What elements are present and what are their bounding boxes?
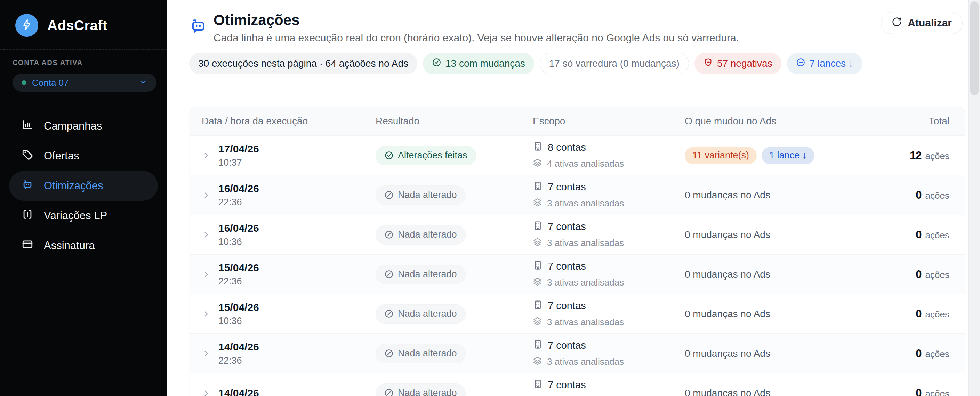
account-status-dot bbox=[22, 80, 26, 85]
total-unit: ações bbox=[925, 151, 950, 162]
sidebar-item-variacoes-lp[interactable]: Variações LP bbox=[9, 201, 158, 231]
no-changes-text: 0 mudanças no Ads bbox=[685, 348, 770, 359]
zap-icon bbox=[21, 19, 33, 32]
page-title: Otimizações bbox=[213, 12, 739, 29]
scope-analyzed: 4 ativas analisadas bbox=[547, 158, 624, 169]
scope-accounts: 7 contas bbox=[548, 181, 586, 193]
column-header-total: Total bbox=[880, 116, 950, 127]
account-section: CONTA ADS ATIVA Conta 07 bbox=[0, 50, 167, 92]
sidebar: AdsCraft CONTA ADS ATIVA Conta 07 Campan… bbox=[0, 0, 167, 396]
execution-time: 22:36 bbox=[218, 276, 259, 287]
sidebar-item-assinatura[interactable]: Assinatura bbox=[9, 231, 158, 261]
result-badge-label: Nada alterado bbox=[398, 229, 457, 240]
execution-time: 10:36 bbox=[218, 236, 259, 247]
no-changes-text: 0 mudanças no Ads bbox=[685, 190, 770, 201]
summary-chip-neutral: 30 execuções nesta página · 64 açãoões n… bbox=[189, 53, 417, 74]
sidebar-item-ofertas[interactable]: Ofertas bbox=[9, 141, 158, 171]
refresh-button[interactable]: Atualizar bbox=[881, 12, 963, 34]
sidebar-item-otimizacoes[interactable]: Otimizações bbox=[9, 171, 158, 201]
summary-chip-text: 17 só varredura (0 mudanças) bbox=[549, 58, 679, 69]
result-badge: Nada alterado bbox=[375, 344, 466, 363]
page-header: Otimizações Cada linha é uma execução re… bbox=[167, 0, 980, 44]
chevron-right-icon[interactable] bbox=[202, 389, 211, 396]
table-header-row: Data / hora da execução Resultado Escopo… bbox=[190, 107, 965, 135]
scrollbar-thumb[interactable] bbox=[970, 2, 978, 95]
bot-icon bbox=[22, 179, 33, 193]
summary-chip-text: 13 com mudanças bbox=[445, 58, 525, 69]
chevron-right-icon[interactable] bbox=[202, 270, 211, 279]
chevron-right-icon[interactable] bbox=[202, 191, 211, 200]
no-changes-text: 0 mudanças no Ads bbox=[685, 229, 770, 241]
tag-icon bbox=[22, 149, 33, 163]
building-icon bbox=[533, 379, 543, 391]
execution-date: 16/04/26 bbox=[218, 183, 259, 195]
execution-date: 14/04/26 bbox=[218, 387, 259, 396]
no-changes-text: 0 mudanças no Ads bbox=[685, 269, 770, 280]
table-row[interactable]: 15/04/26 10:36 Nada alterado 7 contas 3 bbox=[190, 294, 965, 333]
table-row[interactable]: 16/04/26 22:36 Nada alterado 7 contas 3 bbox=[190, 175, 965, 215]
summary-chip-danger: 57 negativas bbox=[695, 53, 781, 74]
total-value: 0 bbox=[916, 308, 921, 320]
check-circle-icon bbox=[432, 58, 441, 70]
bar-chart-icon bbox=[22, 119, 33, 133]
account-selector-value: Conta 07 bbox=[32, 78, 134, 88]
chevron-right-icon[interactable] bbox=[202, 309, 211, 318]
minus-circle-icon bbox=[796, 58, 805, 70]
execution-date: 14/04/26 bbox=[218, 341, 259, 353]
sidebar-item-campanhas[interactable]: Campanhas bbox=[9, 111, 158, 141]
table-row[interactable]: 15/04/26 22:36 Nada alterado 7 contas 3 bbox=[190, 254, 965, 294]
execution-date: 15/04/26 bbox=[218, 301, 259, 313]
scope-accounts: 7 contas bbox=[548, 221, 586, 232]
scrollbar[interactable] bbox=[968, 0, 980, 396]
account-selector[interactable]: Conta 07 bbox=[13, 74, 156, 92]
no-changes-text: 0 mudanças no Ads bbox=[685, 388, 770, 396]
scope-accounts: 7 contas bbox=[548, 379, 586, 391]
account-section-label: CONTA ADS ATIVA bbox=[13, 59, 156, 67]
changes-cell: 0 mudanças no Ads bbox=[685, 229, 880, 241]
total-unit: ações bbox=[925, 190, 950, 201]
result-badge-label: Alterações feitas bbox=[398, 150, 468, 161]
table-row[interactable]: 14/04/26 22:36 Nada alterado 7 contas 3 bbox=[190, 333, 965, 373]
refresh-icon bbox=[892, 17, 902, 30]
slash-circle-icon bbox=[384, 388, 394, 396]
execution-date: 16/04/26 bbox=[218, 222, 259, 234]
result-badge: Nada alterado bbox=[375, 225, 466, 244]
changes-cell: 0 mudanças no Ads bbox=[685, 388, 880, 396]
result-badge: Alterações feitas bbox=[375, 146, 476, 165]
column-header-changes: O que mudou no Ads bbox=[685, 116, 880, 127]
sidebar-item-label: Assinatura bbox=[44, 239, 95, 252]
chevron-right-icon[interactable] bbox=[202, 151, 211, 160]
layers-icon bbox=[533, 237, 542, 249]
brand: AdsCraft bbox=[0, 0, 167, 49]
scope-analyzed: 3 ativas analisadas bbox=[547, 277, 624, 288]
chevron-right-icon[interactable] bbox=[202, 230, 211, 239]
summary-chips: 30 execuções nesta página · 64 açãoões n… bbox=[167, 44, 980, 74]
execution-time: 22:36 bbox=[218, 355, 259, 366]
column-header-scope: Escopo bbox=[533, 116, 685, 127]
chevron-right-icon[interactable] bbox=[202, 349, 211, 358]
building-icon bbox=[533, 260, 543, 273]
slash-circle-icon bbox=[384, 230, 394, 239]
changes-cell: 0 mudanças no Ads bbox=[685, 190, 880, 201]
table-row[interactable]: 16/04/26 10:36 Nada alterado 7 contas 3 bbox=[190, 215, 965, 254]
no-changes-text: 0 mudanças no Ads bbox=[685, 309, 770, 320]
executions-table: Data / hora da execução Resultado Escopo… bbox=[189, 107, 965, 396]
slash-circle-icon bbox=[384, 309, 394, 318]
refresh-button-label: Atualizar bbox=[908, 17, 952, 29]
result-badge: Nada alterado bbox=[375, 185, 466, 205]
scope-accounts: 8 contas bbox=[548, 142, 586, 153]
page-subtitle: Cada linha é uma execução real do cron (… bbox=[213, 32, 739, 44]
building-icon bbox=[533, 339, 543, 352]
column-header-datetime: Data / hora da execução bbox=[202, 116, 375, 127]
changes-cell: 11 variante(s)1 lance ↓ bbox=[685, 147, 880, 164]
result-badge: Nada alterado bbox=[375, 304, 466, 324]
changes-cell: 0 mudanças no Ads bbox=[685, 269, 880, 280]
slash-circle-icon bbox=[384, 190, 394, 200]
change-badge-info: 1 lance ↓ bbox=[762, 147, 815, 164]
sidebar-nav: Campanhas Ofertas Otimizações Variações … bbox=[0, 111, 167, 261]
table-row[interactable]: 14/04/26 Nada alterado 7 contas bbox=[190, 373, 965, 396]
layers-icon bbox=[533, 317, 542, 328]
table-row[interactable]: 17/04/26 10:37 Alterações feitas 8 conta… bbox=[190, 135, 965, 175]
summary-chip-success: 13 com mudanças bbox=[423, 53, 534, 74]
slash-circle-icon bbox=[384, 349, 394, 358]
